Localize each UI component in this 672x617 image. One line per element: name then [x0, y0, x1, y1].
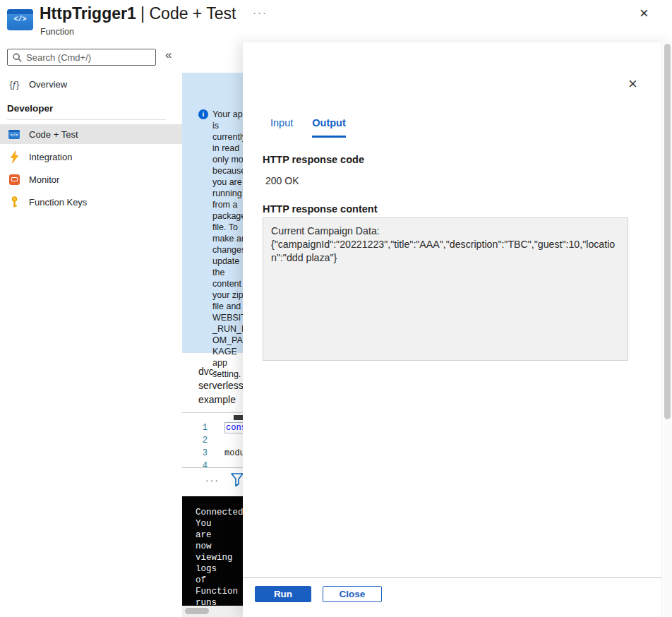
key-icon	[8, 196, 20, 208]
function-app-icon-bar	[7, 9, 33, 14]
panel-footer-divider	[243, 577, 662, 578]
sidebar-item-code-test[interactable]: </> Code + Test	[0, 124, 182, 144]
sidebar-divider	[7, 119, 166, 120]
readonly-banner-text: Your app is currently in read only mode …	[212, 109, 243, 380]
code-brackets-icon: </>	[7, 16, 33, 23]
http-response-code-value: 200 OK	[265, 175, 299, 186]
line-number: 2	[182, 436, 208, 445]
test-output-panel: × Input Output HTTP response code 200 OK…	[243, 42, 672, 617]
readonly-info-banner: i Your app is currently in read only mod…	[182, 73, 243, 353]
page-title: HttpTrigger1 | Code + Test	[40, 4, 236, 23]
run-button[interactable]: Run	[255, 586, 311, 602]
sidebar-item-function-keys[interactable]: Function Keys	[0, 192, 182, 212]
line-number: 1	[182, 423, 208, 433]
sidebar-section-developer: Developer	[7, 103, 53, 114]
lightning-icon	[8, 151, 20, 163]
azure-function-code-test-screen: </> HttpTrigger1 | Code + Test Function …	[0, 0, 672, 617]
panel-close-icon[interactable]: ×	[628, 76, 637, 92]
overview-icon: {ƒ}	[8, 79, 20, 90]
editor-scrollbar-thumb[interactable]	[234, 415, 243, 420]
monitor-icon	[8, 174, 20, 185]
panel-scrollbar[interactable]	[661, 42, 672, 617]
tab-input[interactable]: Input	[270, 117, 293, 138]
sidebar-item-integration[interactable]: Integration	[0, 147, 182, 167]
info-icon: i	[198, 109, 208, 119]
test-panel-tabs: Input Output	[270, 117, 346, 138]
sidebar-item-label: Integration	[29, 152, 72, 162]
console-line: Connected!	[196, 507, 243, 518]
tab-output[interactable]: Output	[312, 117, 346, 138]
console-hscrollbar-thumb[interactable]	[185, 608, 209, 614]
code-token-keyword: const	[224, 422, 243, 433]
page-subtitle: Function	[40, 27, 74, 37]
http-response-content-box[interactable]: Current Campaign Data: {"campaignId":"20…	[263, 217, 628, 361]
close-button[interactable]: Close	[323, 586, 382, 602]
function-app-icon: </>	[7, 9, 33, 30]
logs-console[interactable]: Connected! You are now viewing logs of F…	[182, 496, 243, 606]
code-line: 2	[182, 434, 243, 447]
sidebar-search[interactable]	[7, 49, 156, 66]
code-editor[interactable]: 1 const 2 3 module 4	[182, 414, 243, 467]
search-icon	[13, 53, 22, 62]
sidebar-item-overview[interactable]: {ƒ} Overview	[0, 74, 182, 94]
http-response-code-label: HTTP response code	[263, 154, 364, 165]
logs-more-icon[interactable]: ···	[205, 474, 220, 486]
code-line: 4	[182, 460, 243, 467]
editor-divider-top	[182, 412, 243, 413]
header-more-icon[interactable]: ···	[253, 6, 268, 18]
blade-close-icon[interactable]: ×	[640, 6, 649, 21]
code-line: 3 module	[182, 447, 243, 460]
filter-icon[interactable]	[231, 473, 243, 490]
sidebar-item-monitor[interactable]: Monitor	[0, 169, 182, 189]
function-app-breadcrumb: dvc-serverless example	[198, 364, 243, 407]
code-token: module	[224, 448, 243, 458]
page-title-view-name: | Code + Test	[136, 4, 236, 23]
editor-column: i Your app is currently in read only mod…	[182, 42, 243, 617]
line-number: 4	[182, 461, 208, 467]
page-title-function-name: HttpTrigger1	[40, 4, 136, 23]
console-hscrollbar[interactable]	[182, 606, 243, 617]
panel-scrollbar-thumb[interactable]	[664, 44, 671, 419]
code-test-icon: </>	[8, 130, 20, 139]
sidebar-item-label: Code + Test	[29, 129, 78, 140]
sidebar-item-label: Function Keys	[29, 197, 87, 208]
search-input[interactable]	[26, 52, 150, 63]
editor-divider-bottom	[182, 467, 243, 468]
console-text: You are now viewing logs of Function run…	[196, 518, 217, 609]
code-line: 1 const	[182, 421, 243, 434]
sidebar-item-label: Overview	[29, 79, 67, 90]
line-number: 3	[182, 448, 208, 458]
sidebar-collapse-icon[interactable]: «	[165, 48, 172, 62]
http-response-content-label: HTTP response content	[263, 203, 377, 215]
sidebar-item-label: Monitor	[29, 174, 59, 185]
